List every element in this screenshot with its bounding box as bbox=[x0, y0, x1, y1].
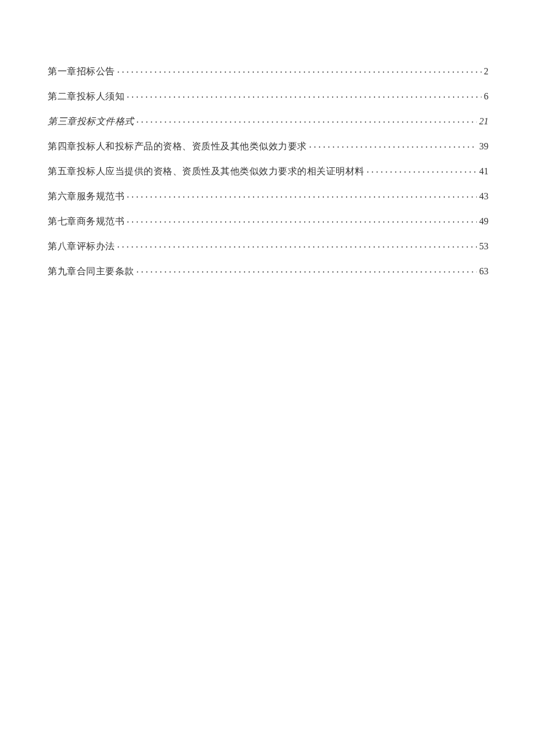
toc-entry[interactable]: 第九章合同主要条款 63 bbox=[48, 265, 488, 276]
toc-leader bbox=[137, 115, 477, 124]
toc-title: 第七章商务规范书 bbox=[48, 217, 124, 226]
toc-page-number: 53 bbox=[479, 242, 488, 251]
toc-entry[interactable]: 第八章评标办法 53 bbox=[48, 240, 488, 251]
toc-entry[interactable]: 第二章投标人须知 6 bbox=[48, 90, 488, 101]
toc-page-number: 41 bbox=[479, 167, 488, 176]
toc-leader bbox=[137, 265, 477, 274]
toc-title: 第六章服务规范书 bbox=[48, 192, 124, 201]
toc-title: 第三章投标文件格式 bbox=[48, 117, 134, 126]
toc-title: 第九章合同主要条款 bbox=[48, 267, 134, 276]
toc-entry[interactable]: 第六章服务规范书 43 bbox=[48, 190, 488, 201]
toc-title: 第五章投标人应当提供的资格、资质性及其他类似效力要求的相关证明材料 bbox=[48, 167, 365, 176]
toc-leader bbox=[127, 190, 477, 199]
toc-leader bbox=[117, 65, 482, 74]
toc-title: 第四章投标人和投标产品的资格、资质性及其他类似效力要求 bbox=[48, 142, 307, 151]
toc-leader bbox=[127, 215, 477, 224]
toc-entry[interactable]: 第一章招标公告 2 bbox=[48, 65, 488, 76]
toc-leader bbox=[127, 90, 482, 99]
toc-page-number: 63 bbox=[479, 267, 488, 276]
toc-leader bbox=[309, 140, 477, 149]
toc-page-number: 43 bbox=[479, 192, 488, 201]
toc-page-number: 2 bbox=[484, 67, 488, 76]
toc-title: 第八章评标办法 bbox=[48, 242, 115, 251]
toc-entry[interactable]: 第七章商务规范书 49 bbox=[48, 215, 488, 226]
toc-entry[interactable]: 第四章投标人和投标产品的资格、资质性及其他类似效力要求 39 bbox=[48, 140, 488, 151]
toc-page-number: 39 bbox=[479, 142, 488, 151]
toc-entry[interactable]: 第五章投标人应当提供的资格、资质性及其他类似效力要求的相关证明材料 41 bbox=[48, 165, 488, 176]
toc-page-number: 6 bbox=[484, 92, 488, 101]
document-page: 第一章招标公告 2 第二章投标人须知 6 第三章投标文件格式 21 第四章投标人… bbox=[0, 0, 535, 276]
toc-leader bbox=[117, 240, 477, 249]
toc-page-number: 21 bbox=[479, 117, 488, 126]
toc-title: 第二章投标人须知 bbox=[48, 92, 124, 101]
toc-title: 第一章招标公告 bbox=[48, 67, 115, 76]
toc-page-number: 49 bbox=[479, 217, 488, 226]
toc-entry[interactable]: 第三章投标文件格式 21 bbox=[48, 115, 488, 126]
toc-leader bbox=[367, 165, 477, 174]
